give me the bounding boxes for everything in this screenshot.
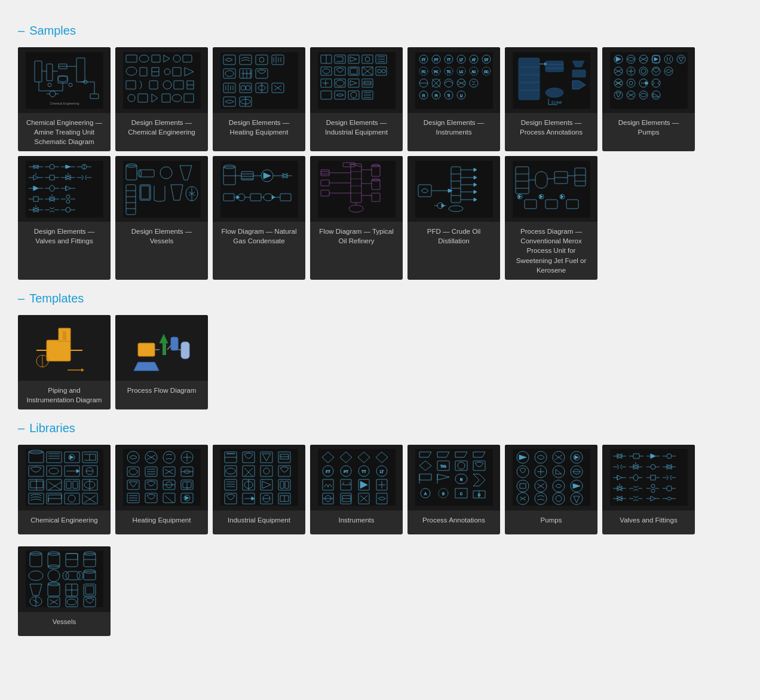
card-flow-nat-gas[interactable]: Flow Diagram — Natural Gas Condensate <box>213 156 305 279</box>
svg-text:B: B <box>442 492 444 496</box>
thumb-svg-process-flow-template <box>123 319 201 376</box>
card-label-flow-oil-ref: Flow Diagram — Typical Oil Refinery <box>310 222 403 250</box>
card-thumb-lib-heat <box>115 445 208 511</box>
samples-title: Samples <box>29 24 76 38</box>
card-design-valves[interactable]: Design Elements — Valves and Fittings <box>18 156 111 279</box>
thumb-svg-lib-vessels <box>26 551 103 607</box>
svg-text:2.1 tmd: 2.1 tmd <box>551 100 562 104</box>
card-thumb-design-pumps <box>602 47 695 113</box>
svg-text:FT: FT <box>421 58 425 62</box>
svg-text:DC: DC <box>484 70 489 74</box>
thumb-svg-design-proc-ann: 2.1 tmd <box>513 52 590 109</box>
card-lib-indust[interactable]: Industrial Equipment <box>213 445 305 534</box>
libraries-grid: Chemical Engineering <box>18 445 742 534</box>
samples-grid: Chemical Engineering Chemical Engineerin… <box>18 47 742 280</box>
thumb-svg-proc-merox <box>513 161 590 218</box>
card-thumb-pfd-crude <box>407 156 500 222</box>
card-label-proc-merox: Process Diagram — Conventional Merox Pro… <box>505 222 597 279</box>
svg-text:TT: TT <box>361 470 366 473</box>
card-thumb-process-flow-template <box>115 315 208 381</box>
svg-rect-154 <box>572 70 586 77</box>
svg-marker-381 <box>134 362 159 371</box>
svg-text:TC: TC <box>446 70 451 74</box>
card-label-design-valves: Design Elements — Valves and Fittings <box>18 222 111 250</box>
card-thumb-design-chem <box>115 47 208 113</box>
svg-point-152 <box>546 88 563 97</box>
thumb-svg-design-vessels <box>123 161 201 218</box>
svg-text:FI: FI <box>422 94 424 97</box>
svg-text:M: M <box>459 478 462 481</box>
card-lib-pumps[interactable]: Pumps <box>505 445 597 534</box>
card-thumb-flow-oil-ref <box>310 156 403 222</box>
card-label-process-flow-template: Process Flow Diagram <box>115 381 208 405</box>
svg-rect-264 <box>220 161 298 218</box>
card-thumb-lib-vessels <box>18 546 111 612</box>
svg-text:TAG: TAG <box>440 464 446 468</box>
svg-rect-378 <box>163 343 166 355</box>
card-thumb-piping-template <box>18 315 111 381</box>
card-flow-oil-ref[interactable]: Flow Diagram — Typical Oil Refinery <box>310 156 403 279</box>
svg-rect-368 <box>63 331 66 340</box>
card-design-vessels[interactable]: Design Elements — Vessels <box>115 156 208 279</box>
thumb-svg-design-pumps <box>610 52 688 109</box>
svg-rect-144 <box>519 58 540 100</box>
card-chem-eng-amine[interactable]: Chemical Engineering Chemical Engineerin… <box>18 47 111 151</box>
libraries-dash: – <box>18 421 24 435</box>
card-label-design-proc-ann: Design Elements — Process Annotations <box>505 113 597 142</box>
card-design-chem[interactable]: Design Elements — Chemical Engineering <box>115 47 208 151</box>
card-label-lib-heat: Heating Equipment <box>115 511 208 534</box>
libraries-title: Libraries <box>29 421 75 435</box>
svg-text:PT: PT <box>434 58 437 62</box>
svg-rect-292 <box>318 161 396 218</box>
templates-grid: Piping and Instrumentation Diagram <box>18 315 742 409</box>
card-lib-proc-ann[interactable]: TAG M A B <box>407 445 500 534</box>
card-thumb-flow-nat-gas <box>213 156 305 222</box>
thumb-svg-design-instr: FT PT TT LT AT DT FC PC <box>415 52 493 109</box>
libraries-grid-2: Vessels <box>18 546 742 636</box>
card-label-design-indust: Design Elements — Industrial Equipment <box>310 113 403 142</box>
svg-text:FT: FT <box>326 470 330 473</box>
thumb-svg-design-valves <box>26 161 103 218</box>
card-piping-template[interactable]: Piping and Instrumentation Diagram <box>18 315 111 409</box>
card-process-flow-template[interactable]: Process Flow Diagram <box>115 315 208 409</box>
card-design-indust[interactable]: Design Elements — Industrial Equipment <box>310 47 403 151</box>
svg-rect-187 <box>26 161 103 218</box>
svg-text:PC: PC <box>434 70 438 74</box>
samples-section-header: – Samples <box>18 24 742 38</box>
thumb-svg-lib-instr: FT PT TT LT <box>318 449 396 506</box>
thumb-svg-chem-eng-amine: Chemical Engineering <box>26 52 103 109</box>
card-label-lib-vessels: Vessels <box>18 612 111 636</box>
svg-text:PT: PT <box>344 470 348 473</box>
card-thumb-design-indust <box>310 47 403 113</box>
card-lib-heat[interactable]: Heating Equipment <box>115 445 208 534</box>
templates-section-header: – Templates <box>18 292 742 305</box>
svg-text:DT: DT <box>484 58 488 62</box>
card-lib-chem-eng[interactable]: Chemical Engineering <box>18 445 111 534</box>
card-label-pfd-crude: PFD — Crude Oil Distillation <box>407 222 500 250</box>
card-design-instr[interactable]: FT PT TT LT AT DT FC PC <box>407 47 500 151</box>
svg-rect-379 <box>171 337 178 350</box>
card-lib-vessels[interactable]: Vessels <box>18 546 111 636</box>
svg-text:A: A <box>424 492 426 496</box>
card-design-heat[interactable]: Design Elements — Heating Equipment <box>213 47 305 151</box>
card-label-lib-proc-ann: Process Annotations <box>407 511 500 534</box>
svg-rect-149 <box>546 61 563 72</box>
card-thumb-lib-proc-ann: TAG M A B <box>407 445 500 511</box>
card-label-lib-instr: Instruments <box>310 511 403 534</box>
svg-text:LI: LI <box>459 94 462 97</box>
card-thumb-design-instr: FT PT TT LT AT DT FC PC <box>407 47 500 113</box>
card-design-pumps[interactable]: Design Elements — Pumps <box>602 47 695 151</box>
card-label-chem-eng-amine: Chemical Engineering — Amine Treating Un… <box>18 113 111 151</box>
svg-text:AC: AC <box>471 70 476 74</box>
card-thumb-lib-valves <box>602 445 695 511</box>
card-lib-valves[interactable]: Valves and Fittings <box>602 445 695 534</box>
thumb-svg-pfd-crude <box>415 161 493 218</box>
svg-text:TT: TT <box>446 58 450 62</box>
svg-text:TI: TI <box>447 94 449 97</box>
thumb-svg-piping-template <box>26 319 103 376</box>
card-lib-instr[interactable]: FT PT TT LT <box>310 445 403 534</box>
card-design-proc-ann[interactable]: 2.1 tmd Design Elements — Process Annota… <box>505 47 597 151</box>
card-pfd-crude[interactable]: PFD — Crude Oil Distillation <box>407 156 500 279</box>
card-proc-merox[interactable]: Process Diagram — Conventional Merox Pro… <box>505 156 597 279</box>
thumb-svg-lib-chem-eng <box>26 449 103 506</box>
